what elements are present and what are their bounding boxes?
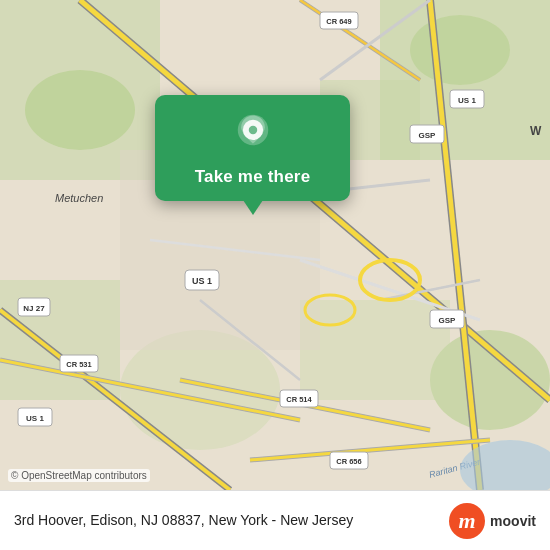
map-container: US 1 NJ 27 GSP GSP CR 649 CR 531 CR 514 … bbox=[0, 0, 550, 490]
svg-text:Metuchen: Metuchen bbox=[55, 192, 103, 204]
map-roads: US 1 NJ 27 GSP GSP CR 649 CR 531 CR 514 … bbox=[0, 0, 550, 490]
svg-text:CR 656: CR 656 bbox=[336, 457, 361, 466]
svg-text:CR 649: CR 649 bbox=[326, 17, 351, 26]
svg-point-4 bbox=[25, 70, 135, 150]
svg-point-5 bbox=[410, 15, 510, 85]
svg-text:US 1: US 1 bbox=[458, 96, 476, 105]
moovit-logo-text: moovit bbox=[490, 513, 536, 529]
svg-text:US 1: US 1 bbox=[192, 276, 212, 286]
svg-text:GSP: GSP bbox=[419, 131, 437, 140]
svg-text:GSP: GSP bbox=[439, 316, 457, 325]
moovit-logo-icon: m bbox=[449, 503, 485, 539]
svg-text:W: W bbox=[530, 124, 542, 138]
copyright-text: © OpenStreetMap contributors bbox=[8, 469, 150, 482]
address-text: 3rd Hoover, Edison, NJ 08837, New York -… bbox=[14, 511, 449, 529]
location-pin-icon bbox=[231, 113, 275, 157]
svg-text:US 1: US 1 bbox=[26, 414, 44, 423]
moovit-logo: m moovit bbox=[449, 503, 536, 539]
take-me-there-button[interactable]: Take me there bbox=[195, 167, 311, 187]
bottom-bar: 3rd Hoover, Edison, NJ 08837, New York -… bbox=[0, 490, 550, 550]
svg-text:NJ 27: NJ 27 bbox=[23, 304, 45, 313]
svg-text:CR 531: CR 531 bbox=[66, 360, 91, 369]
svg-rect-9 bbox=[300, 300, 450, 400]
popup-card: Take me there bbox=[155, 95, 350, 201]
svg-text:CR 514: CR 514 bbox=[286, 395, 312, 404]
